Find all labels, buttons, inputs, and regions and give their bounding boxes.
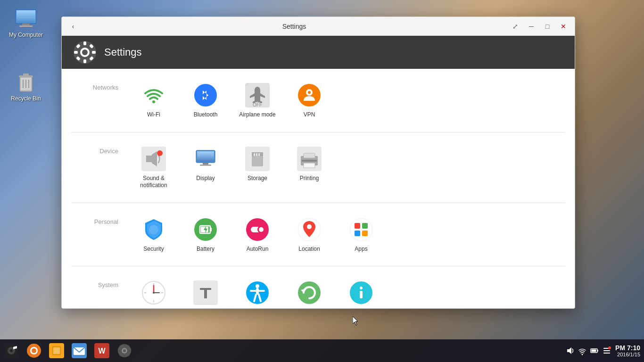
desktop-icon-recyclebin[interactable]: Recycle Bin <box>7 71 45 102</box>
section-networks-items: Wi-Fi Bluetooth <box>128 76 565 124</box>
desktop-icon-mycomputer[interactable]: My Computer <box>7 7 45 38</box>
section-device-label: Device <box>71 140 118 155</box>
section-networks: Networks <box>71 69 565 132</box>
svg-point-94 <box>32 348 36 353</box>
settings-window: ‹ Settings ⤢ ─ □ ✕ <box>61 16 575 309</box>
wifi-systray-icon[interactable] <box>578 346 587 355</box>
svg-rect-107 <box>597 350 598 352</box>
settings-item-location[interactable]: Location <box>283 211 335 259</box>
svg-point-104 <box>123 349 126 352</box>
svg-point-14 <box>82 49 88 55</box>
mycomputer-icon <box>13 7 39 30</box>
autorun-icon <box>244 216 271 243</box>
minimize-button[interactable]: ─ <box>524 19 539 34</box>
svg-rect-64 <box>355 230 360 236</box>
clock-time: PM 7:10 <box>615 344 640 352</box>
battery-systray-icon[interactable] <box>590 346 599 355</box>
section-system-items: Date & time Language & input <box>128 274 565 308</box>
section-networks-label: Networks <box>71 76 118 91</box>
settings-item-apps[interactable]: Apps <box>335 211 387 259</box>
svg-rect-43 <box>256 153 257 156</box>
security-label: Security <box>143 246 164 253</box>
svg-point-87 <box>360 287 363 289</box>
svg-rect-7 <box>19 75 33 77</box>
settings-item-bluetooth[interactable]: Bluetooth <box>180 76 231 124</box>
svg-point-84 <box>298 281 321 304</box>
taskbar-app-music[interactable] <box>0 339 23 362</box>
svg-rect-65 <box>362 230 368 236</box>
settings-item-airplane[interactable]: OFF Airplane mode <box>231 76 283 124</box>
wifi-icon <box>140 82 167 108</box>
svg-rect-49 <box>302 160 317 162</box>
settings-item-accessibility[interactable]: Accessibility <box>231 274 283 308</box>
security-icon <box>140 216 167 243</box>
section-device-items: Sound & notification <box>128 140 565 195</box>
settings-item-battery[interactable]: Battery <box>180 211 231 259</box>
settings-item-datetime[interactable]: Date & time <box>128 274 180 308</box>
taskbar-app-store[interactable] <box>45 339 68 362</box>
settings-item-printing[interactable]: Printing <box>283 140 335 195</box>
menu-icon[interactable] <box>602 346 611 355</box>
settings-item-autorun[interactable]: AutoRun <box>231 211 283 259</box>
mycomputer-label: My Computer <box>9 32 43 38</box>
svg-point-25 <box>194 84 217 107</box>
taskbar-app-mail[interactable] <box>68 339 91 362</box>
settings-item-backup[interactable]: Backup & reset <box>283 274 335 308</box>
svg-rect-63 <box>362 223 368 229</box>
svg-rect-47 <box>304 153 315 158</box>
section-personal-label: Personal <box>71 211 118 225</box>
svg-rect-110 <box>603 350 610 351</box>
taskbar-app-browser[interactable] <box>23 339 45 362</box>
window-title: Settings <box>83 23 506 30</box>
svg-rect-88 <box>360 291 363 298</box>
settings-item-display[interactable]: Display <box>180 140 231 195</box>
settings-item-sound[interactable]: Sound & notification <box>128 140 180 195</box>
clock-hours: 7:10 <box>627 344 640 352</box>
svg-rect-42 <box>254 153 255 156</box>
sound-icon <box>140 146 167 172</box>
settings-item-language[interactable]: Language & input <box>180 274 231 308</box>
svg-rect-3 <box>22 24 30 25</box>
fullscreen-button[interactable]: ⤢ <box>508 19 523 34</box>
section-personal-items: Security <box>128 211 565 259</box>
back-button[interactable]: ‹ <box>66 19 81 34</box>
recyclebin-icon <box>13 71 39 93</box>
svg-point-50 <box>149 225 158 234</box>
taskbar-app-word[interactable]: W <box>91 339 113 362</box>
svg-rect-4 <box>19 25 33 27</box>
section-device: Device <box>71 132 565 203</box>
svg-rect-8 <box>23 74 29 75</box>
clock-ampm: PM <box>615 344 625 352</box>
close-button[interactable]: ✕ <box>556 19 571 34</box>
settings-item-storage[interactable]: Storage <box>231 140 283 195</box>
printing-icon <box>296 146 322 172</box>
svg-rect-32 <box>146 156 152 162</box>
bluetooth-icon <box>192 82 219 108</box>
recyclebin-label: Recycle Bin <box>11 95 41 102</box>
settings-item-about[interactable]: About tablet <box>335 274 387 308</box>
svg-rect-2 <box>17 10 35 23</box>
taskbar-clock[interactable]: PM 7:10 2016/1/15 <box>615 344 644 357</box>
svg-rect-38 <box>200 165 211 166</box>
svg-point-112 <box>608 346 611 349</box>
apps-label: Apps <box>355 246 367 253</box>
settings-content: Networks <box>62 69 575 308</box>
systray <box>561 346 615 355</box>
svg-text:OFF: OFF <box>253 102 262 107</box>
autorun-label: AutoRun <box>247 246 269 253</box>
location-label: Location <box>298 246 320 253</box>
svg-rect-62 <box>355 223 360 229</box>
svg-point-24 <box>152 100 155 103</box>
volume-icon[interactable] <box>565 346 575 355</box>
svg-point-79 <box>256 284 259 288</box>
settings-item-vpn[interactable]: VPN <box>283 76 335 124</box>
taskbar-app-settings[interactable] <box>113 339 136 362</box>
svg-point-105 <box>582 354 583 355</box>
svg-rect-18 <box>92 51 96 54</box>
maximize-button[interactable]: □ <box>540 19 555 34</box>
settings-item-security[interactable]: Security <box>128 211 180 259</box>
svg-point-58 <box>259 227 264 232</box>
sound-label: Sound & notification <box>140 175 167 189</box>
window-controls: ⤢ ─ □ ✕ <box>508 19 571 34</box>
settings-item-wifi[interactable]: Wi-Fi <box>128 76 180 124</box>
